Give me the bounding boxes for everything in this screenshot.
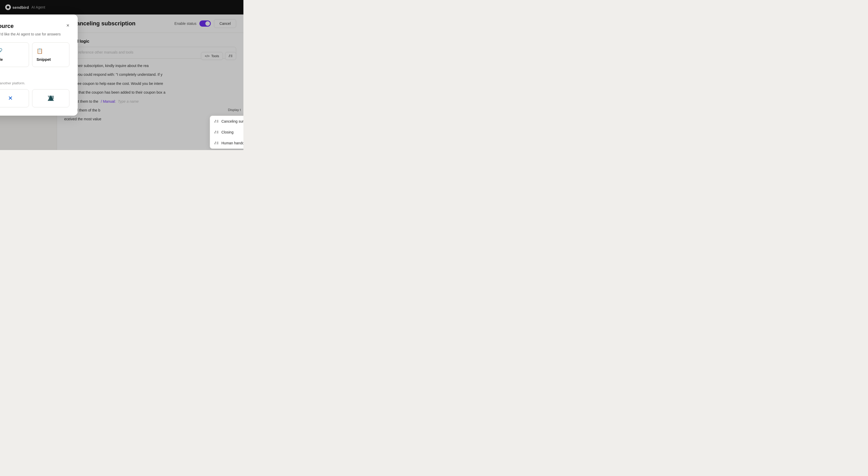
dropdown-item-human-handoff[interactable]: ⛙ Human handoff — [210, 138, 243, 148]
closing-icon: ⛙ — [214, 130, 219, 135]
modal-close-button[interactable]: × — [66, 23, 69, 28]
confluence-logo: ✕ — [8, 95, 13, 102]
snippet-icon: 📋 — [36, 48, 43, 54]
add-knowledge-modal: Add knowledge source × Choose the type o… — [0, 14, 78, 116]
dropdown-label-canceling-survey: Canceling survey — [221, 119, 243, 124]
source-options: 🌐 Website 🔗 File 📋 Snippet — [0, 42, 69, 67]
external-contents-title: External contents — [0, 74, 69, 80]
external-card-zendesk[interactable] — [32, 89, 69, 107]
dropdown-item-closing[interactable]: ⛙ Closing — [210, 127, 243, 138]
source-card-snippet[interactable]: 📋 Snippet — [32, 42, 69, 67]
dropdown-label-closing: Closing — [221, 130, 234, 134]
dropdown-item-canceling-survey[interactable]: ⛙ Canceling survey — [210, 116, 243, 127]
modal-overlay[interactable]: Add knowledge source × Choose the type o… — [0, 0, 243, 150]
dropdown-label-human-handoff: Human handoff — [221, 141, 243, 145]
external-card-confluence[interactable]: ✕ — [0, 89, 29, 107]
file-label: File — [0, 57, 3, 62]
modal-title: Add knowledge source — [0, 23, 14, 30]
dropdown-menu: ⛙ Canceling survey ⛙ Closing ⛙ Human han… — [210, 116, 243, 149]
modal-subtitle: Choose the type of source you'd like the… — [0, 32, 69, 36]
zendesk-logo — [46, 94, 55, 103]
modal-header: Add knowledge source × — [0, 23, 69, 30]
external-contents-subtitle: Directly bring your sources from another… — [0, 81, 69, 85]
human-handoff-icon: ⛙ — [214, 141, 219, 145]
source-card-file[interactable]: 🔗 File — [0, 42, 29, 67]
canceling-survey-icon: ⛙ — [214, 119, 219, 124]
file-icon: 🔗 — [0, 48, 3, 54]
snippet-label: Snippet — [36, 57, 51, 62]
external-options: SF ✕ — [0, 89, 69, 107]
